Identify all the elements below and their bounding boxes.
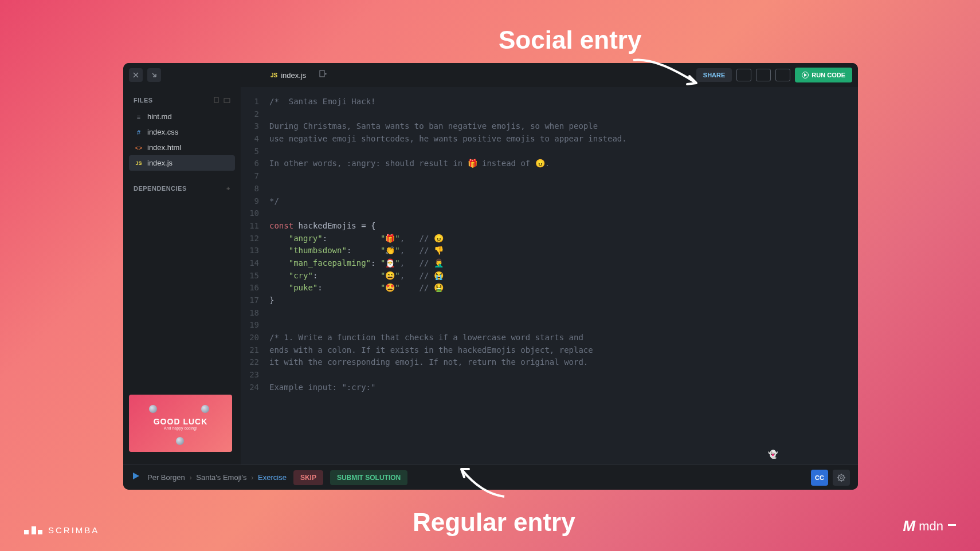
code-line: 2 (241, 108, 858, 121)
line-number: 22 (241, 356, 269, 369)
play-button[interactable] (131, 471, 140, 483)
line-number: 11 (241, 220, 269, 233)
line-number: 3 (241, 120, 269, 133)
code-line: 7 (241, 170, 858, 183)
active-file-tab[interactable]: JS index.js (266, 69, 311, 82)
layout-button-3[interactable] (775, 69, 790, 81)
skip-button[interactable]: SKIP (293, 470, 323, 485)
arrow-top (628, 54, 708, 100)
mdn-text: mdn (919, 519, 943, 534)
code-line: 12 "angry": "🎁", // 😠 (241, 233, 858, 245)
ide-window: JS index.js SHARE RUN CODE FILES (123, 63, 858, 490)
code-line: 10 (241, 207, 858, 220)
preview-title: GOOD LUCK (154, 417, 208, 426)
line-number: 1 (241, 96, 269, 108)
layout-button-1[interactable] (736, 69, 751, 81)
line-number: 20 (241, 332, 269, 344)
line-number: 4 (241, 133, 269, 145)
code-line: 18 (241, 307, 858, 320)
decoration-ball (201, 405, 209, 413)
code-line: 3During Christmas, Santa wants to ban ne… (241, 120, 858, 133)
line-number: 24 (241, 381, 269, 394)
code-line: 6In other words, :angry: should result i… (241, 158, 858, 170)
popout-button[interactable] (147, 68, 161, 82)
new-file-icon[interactable] (213, 97, 220, 104)
code-line: 14 "man_facepalming": "🎅", // 🤦‍♂️ (241, 257, 858, 270)
code-line: 22it with the corresponding emoji. If no… (241, 356, 858, 369)
new-file-button[interactable] (316, 68, 329, 82)
line-number: 18 (241, 307, 269, 320)
file-name: index.js (147, 159, 173, 167)
html-icon: <> (135, 144, 143, 151)
line-number: 6 (241, 158, 269, 170)
svg-rect-2 (224, 99, 230, 103)
decoration-ball (149, 405, 157, 413)
js-icon: JS (271, 72, 277, 78)
line-number: 13 (241, 245, 269, 257)
code-line: 13 "thumbsdown": "👏", // 👎 (241, 245, 858, 257)
files-header: FILES (129, 94, 235, 107)
ghost-icon: 👻 (768, 448, 778, 461)
file-item-hint-md[interactable]: ≡hint.md (129, 109, 235, 124)
scrimba-text: SCRIMBA (48, 525, 99, 535)
file-item-index-html[interactable]: <>index.html (129, 140, 235, 155)
line-number: 16 (241, 282, 269, 294)
preview-subtitle: And happy coding! (164, 426, 197, 430)
tab-filename: index.js (281, 71, 306, 80)
gear-icon (837, 473, 846, 482)
arrow-bottom (453, 462, 510, 502)
code-line: 23 (241, 369, 858, 381)
annotation-social-entry: Social entry (499, 26, 641, 54)
code-line: 24Example input: ":cry:" (241, 381, 858, 394)
code-line: 16 "puke": "🤩" // 🤮 (241, 282, 858, 294)
preview-thumbnail[interactable]: GOOD LUCK And happy coding! (129, 395, 232, 452)
code-line: 5 (241, 145, 858, 158)
code-line: 20/* 1. Write a function that checks if … (241, 332, 858, 344)
deps-header-label: DEPENDENCIES (134, 185, 187, 192)
play-icon (802, 72, 809, 78)
css-icon: # (135, 129, 143, 136)
layout-button-2[interactable] (756, 69, 771, 81)
code-line: 1/* Santas Emoji Hack! (241, 96, 858, 108)
code-editor[interactable]: 1/* Santas Emoji Hack!2 3During Christma… (241, 87, 858, 465)
code-line: 4use negative emoji shortcodes, he wants… (241, 133, 858, 145)
files-header-label: FILES (134, 97, 153, 104)
line-number: 2 (241, 108, 269, 121)
file-sidebar: FILES ≡hint.md#index.css<>index.htmlJSin… (123, 87, 241, 465)
add-dependency-icon[interactable]: + (226, 185, 230, 192)
settings-button[interactable] (833, 470, 850, 486)
editor-top-bar: JS index.js SHARE RUN CODE (123, 63, 858, 87)
file-name: index.html (147, 143, 181, 152)
captions-button[interactable]: CC (811, 470, 828, 486)
line-number: 23 (241, 369, 269, 381)
line-number: 17 (241, 294, 269, 307)
js-icon: JS (135, 160, 143, 166)
annotation-regular-entry: Regular entry (413, 508, 575, 537)
mdn-logo: M mdn (903, 517, 956, 535)
code-line: 15 "cry": "😄", // 😭 (241, 270, 858, 282)
md-icon: ≡ (135, 113, 143, 120)
run-label: RUN CODE (812, 72, 845, 78)
file-item-index-css[interactable]: #index.css (129, 124, 235, 140)
code-line: 19 (241, 319, 858, 332)
scrimba-logo: SCRIMBA (24, 525, 99, 535)
new-folder-icon[interactable] (224, 97, 230, 104)
svg-rect-0 (320, 70, 324, 77)
submit-solution-button[interactable]: SUBMIT SOLUTION (330, 470, 407, 485)
svg-rect-1 (214, 97, 218, 103)
line-number: 15 (241, 270, 269, 282)
svg-point-4 (840, 477, 842, 479)
line-number: 10 (241, 207, 269, 220)
line-number: 8 (241, 183, 269, 195)
file-item-index-js[interactable]: JSindex.js (129, 155, 235, 171)
line-number: 19 (241, 319, 269, 332)
breadcrumb-course[interactable]: Santa's Emoji's (196, 473, 246, 482)
line-number: 12 (241, 233, 269, 245)
line-number: 21 (241, 344, 269, 357)
run-code-button[interactable]: RUN CODE (795, 68, 852, 82)
line-number: 14 (241, 257, 269, 270)
line-number: 5 (241, 145, 269, 158)
breadcrumb-author[interactable]: Per Borgen (147, 473, 185, 482)
code-line: 21ends with a colon. If it exists in the… (241, 344, 858, 357)
close-button[interactable] (129, 68, 143, 82)
